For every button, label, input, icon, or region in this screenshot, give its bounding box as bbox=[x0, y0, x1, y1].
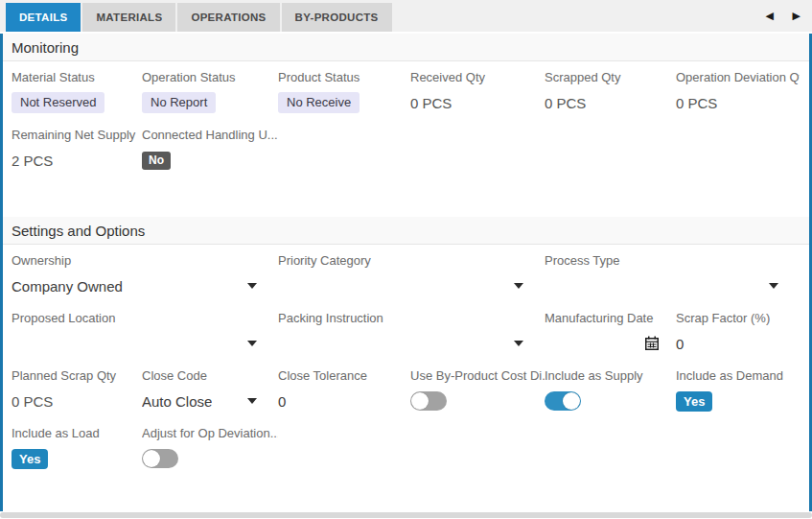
planned-scrap-qty-label: Planned Scrap Qty bbox=[12, 369, 142, 383]
operation-deviation-qty-label: Operation Deviation Qty bbox=[676, 71, 800, 84]
close-tolerance-input[interactable]: 0 bbox=[278, 390, 410, 412]
chevron-down-icon bbox=[247, 283, 257, 289]
operation-status-label: Operation Status bbox=[142, 71, 278, 84]
proposed-location-field: Proposed Location bbox=[12, 312, 278, 354]
material-status-field: Material Status Not Reserved bbox=[12, 71, 142, 113]
include-as-supply-field: Include as Supply bbox=[545, 369, 676, 412]
ownership-label: Ownership bbox=[12, 254, 278, 268]
received-qty-value: 0 PCS bbox=[410, 92, 545, 113]
tab-scroll-right-icon[interactable]: ▶ bbox=[793, 0, 800, 32]
material-status-label: Material Status bbox=[12, 71, 142, 84]
connected-handling-unit-field: Connected Handling U... No bbox=[142, 129, 278, 171]
operation-deviation-qty-field: Operation Deviation Qty 0 PCS bbox=[676, 71, 800, 113]
include-as-demand-label: Include as Demand bbox=[676, 369, 800, 383]
priority-category-dropdown[interactable] bbox=[278, 275, 523, 296]
connected-handling-unit-label: Connected Handling U... bbox=[142, 129, 278, 142]
ownership-value: Company Owned bbox=[12, 278, 123, 295]
process-type-label: Process Type bbox=[545, 254, 800, 268]
settings-section-title: Settings and Options bbox=[3, 217, 809, 245]
remaining-net-supply-field: Remaining Net Supply 2 PCS bbox=[12, 129, 142, 171]
remaining-net-supply-label: Remaining Net Supply bbox=[12, 129, 142, 142]
chevron-down-icon bbox=[514, 341, 523, 346]
tab-details[interactable]: DETAILS bbox=[6, 3, 81, 32]
use-by-product-cost-field: Use By-Product Cost Di... bbox=[410, 369, 545, 412]
close-tolerance-label: Close Tolerance bbox=[278, 369, 410, 383]
include-as-demand-field: Include as Demand Yes bbox=[676, 369, 800, 412]
calendar-icon[interactable] bbox=[644, 336, 660, 351]
chevron-down-icon bbox=[769, 283, 778, 289]
product-status-label: Product Status bbox=[278, 71, 410, 84]
packing-instruction-label: Packing Instruction bbox=[278, 312, 545, 325]
tab-scroll-left-icon[interactable]: ◀ bbox=[766, 0, 774, 32]
scrap-factor-field: Scrap Factor (%) 0 bbox=[676, 312, 800, 354]
scrapped-qty-field: Scrapped Qty 0 PCS bbox=[545, 71, 676, 113]
adjust-for-op-deviation-label: Adjust for Op Deviation... bbox=[142, 427, 278, 440]
scrap-factor-label: Scrap Factor (%) bbox=[676, 312, 800, 325]
tab-by-products[interactable]: BY-PRODUCTS bbox=[282, 3, 392, 32]
include-as-supply-toggle[interactable] bbox=[545, 391, 581, 411]
close-code-value: Auto Close bbox=[142, 393, 212, 410]
tab-bar: DETAILS MATERIALS OPERATIONS BY-PRODUCTS… bbox=[0, 0, 812, 32]
manufacturing-date-field: Manufacturing Date bbox=[545, 312, 676, 354]
include-as-supply-label: Include as Supply bbox=[545, 369, 676, 383]
monitoring-section-title: Monitoring bbox=[3, 34, 809, 61]
process-type-dropdown[interactable] bbox=[545, 275, 778, 296]
remaining-net-supply-value: 2 PCS bbox=[12, 150, 142, 171]
operation-status-field: Operation Status No Report bbox=[142, 71, 278, 113]
monitoring-section: Monitoring Material Status Not Reserved … bbox=[3, 34, 809, 217]
include-as-demand-badge: Yes bbox=[676, 391, 712, 412]
operation-deviation-qty-value: 0 PCS bbox=[676, 92, 800, 113]
operation-status-badge: No Report bbox=[142, 92, 216, 113]
chevron-down-icon bbox=[247, 341, 257, 346]
toggle-knob bbox=[143, 450, 160, 467]
use-by-product-cost-label: Use By-Product Cost Di... bbox=[410, 369, 545, 383]
settings-section: Settings and Options Ownership Company O… bbox=[3, 217, 809, 469]
packing-instruction-dropdown[interactable] bbox=[278, 333, 523, 354]
tab-operations[interactable]: OPERATIONS bbox=[177, 3, 279, 32]
ownership-dropdown[interactable]: Company Owned bbox=[12, 275, 257, 296]
planned-scrap-qty-field: Planned Scrap Qty 0 PCS bbox=[12, 369, 142, 412]
connected-handling-unit-badge: No bbox=[142, 152, 171, 170]
toggle-knob bbox=[563, 392, 580, 410]
proposed-location-label: Proposed Location bbox=[12, 312, 278, 325]
manufacturing-date-input[interactable] bbox=[545, 333, 660, 354]
include-as-load-label: Include as Load bbox=[12, 427, 142, 440]
close-tolerance-field: Close Tolerance 0 bbox=[278, 369, 410, 412]
scrap-factor-input[interactable]: 0 bbox=[676, 333, 800, 354]
close-code-dropdown[interactable]: Auto Close bbox=[142, 390, 257, 412]
tab-materials[interactable]: MATERIALS bbox=[82, 3, 175, 32]
include-as-load-badge: Yes bbox=[12, 449, 48, 469]
proposed-location-dropdown[interactable] bbox=[12, 333, 257, 354]
material-status-badge: Not Reserved bbox=[12, 92, 104, 113]
ownership-field: Ownership Company Owned bbox=[12, 254, 278, 296]
close-code-field: Close Code Auto Close bbox=[142, 369, 278, 412]
chevron-down-icon bbox=[247, 398, 257, 404]
include-as-load-field: Include as Load Yes bbox=[12, 427, 142, 469]
packing-instruction-field: Packing Instruction bbox=[278, 312, 545, 354]
received-qty-label: Received Qty bbox=[410, 71, 545, 84]
close-code-label: Close Code bbox=[142, 369, 278, 383]
adjust-for-op-deviation-field: Adjust for Op Deviation... bbox=[142, 427, 278, 469]
scrapped-qty-label: Scrapped Qty bbox=[545, 71, 676, 84]
details-panel: Monitoring Material Status Not Reserved … bbox=[0, 34, 812, 511]
adjust-for-op-deviation-toggle[interactable] bbox=[142, 449, 178, 468]
manufacturing-date-label: Manufacturing Date bbox=[545, 312, 676, 325]
horizontal-scrollbar[interactable] bbox=[0, 512, 812, 518]
priority-category-field: Priority Category bbox=[278, 254, 545, 296]
chevron-down-icon bbox=[514, 283, 523, 289]
priority-category-label: Priority Category bbox=[278, 254, 545, 268]
planned-scrap-qty-value: 0 PCS bbox=[12, 390, 142, 412]
use-by-product-cost-toggle[interactable] bbox=[410, 391, 447, 411]
scrapped-qty-value: 0 PCS bbox=[545, 92, 676, 113]
product-status-badge: No Receive bbox=[278, 92, 360, 113]
product-status-field: Product Status No Receive bbox=[278, 71, 410, 113]
received-qty-field: Received Qty 0 PCS bbox=[410, 71, 545, 113]
toggle-knob bbox=[411, 392, 429, 410]
process-type-field: Process Type bbox=[545, 254, 800, 296]
